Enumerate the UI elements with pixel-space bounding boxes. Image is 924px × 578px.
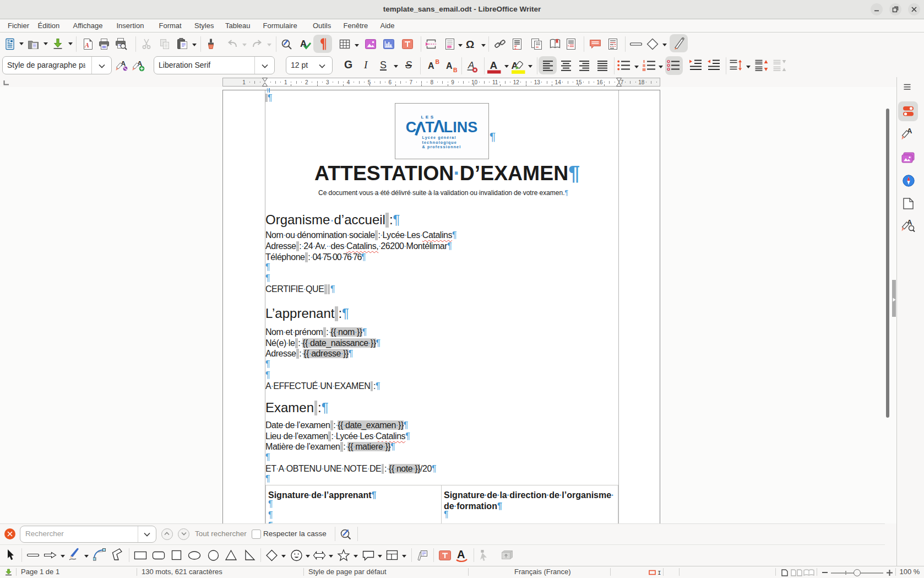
- svg-text:A: A: [457, 548, 465, 560]
- svg-text:I: I: [657, 570, 661, 575]
- svg-text:Ω: Ω: [466, 39, 474, 50]
- svg-text:A: A: [84, 41, 89, 49]
- svg-text:A: A: [490, 60, 498, 71]
- svg-text:1: 1: [514, 46, 517, 50]
- svg-text:& professionnel: & professionnel: [422, 144, 461, 149]
